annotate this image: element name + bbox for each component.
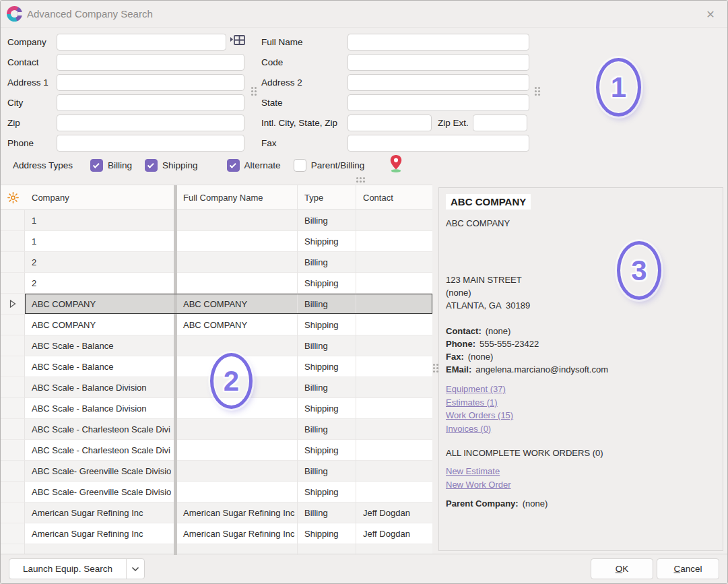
cell-type: Shipping (298, 403, 356, 414)
advanced-company-search-dialog: Advanced Company Search ✕ Company Contac… (0, 0, 728, 584)
address-type-options: Billing Shipping Alternate Parent/Billin… (90, 159, 377, 172)
cell-type: Billing (298, 341, 356, 351)
company-lookup-icon[interactable] (230, 34, 246, 50)
annotation-circle-1: 1 (596, 58, 641, 117)
company-input[interactable] (57, 34, 226, 51)
row-selector[interactable] (1, 440, 25, 461)
table-row[interactable]: ABC Scale- Greenville Scale Divisio Bill… (1, 461, 432, 482)
close-icon[interactable]: ✕ (703, 7, 718, 22)
fax-label: Fax (261, 138, 348, 148)
action-link[interactable]: New Estimate (446, 465, 500, 478)
row-selector[interactable] (1, 231, 25, 252)
address-type-checkbox[interactable]: Alternate (227, 159, 281, 172)
table-row[interactable]: ABC COMPANY ABC COMPANY Billing (1, 294, 432, 315)
row-selector[interactable] (1, 419, 25, 440)
column-header-full-company-name[interactable]: Full Company Name (178, 193, 298, 203)
cell-full-company-name: American Sugar Refining Inc (178, 529, 298, 539)
checkbox-icon (90, 159, 103, 172)
code-input[interactable] (348, 54, 529, 71)
row-selector[interactable] (1, 398, 25, 419)
zip-input[interactable] (57, 115, 244, 131)
full-name-label: Full Name (261, 37, 348, 47)
cell-company: ABC COMPANY (25, 320, 174, 330)
table-row[interactable]: 2 Shipping (1, 273, 432, 294)
cell-full-company-name: ABC COMPANY (178, 299, 298, 309)
detail-link[interactable]: Equipment (37) (446, 383, 506, 396)
state-input[interactable] (348, 94, 529, 111)
panel-splitter-grip[interactable] (433, 364, 435, 366)
phone-label: Phone (7, 138, 57, 148)
row-selector[interactable] (1, 502, 25, 523)
launch-equip-search-button[interactable]: Launch Equip. Search (9, 558, 145, 579)
table-row[interactable]: 2 Billing (1, 252, 432, 273)
chevron-down-icon[interactable] (127, 566, 144, 572)
table-row[interactable]: ABC Scale- Greenville Scale Divisio Ship… (1, 482, 432, 502)
row-selector[interactable] (1, 252, 25, 273)
horizontal-splitter-grip[interactable] (356, 177, 358, 179)
table-row[interactable]: 1 Shipping (1, 231, 432, 252)
table-row[interactable]: American Sugar Refining Inc American Sug… (1, 523, 432, 544)
cell-company: ABC Scale - Charlesteon Scale Divi (25, 424, 174, 434)
row-selector[interactable] (1, 294, 25, 315)
fax-input[interactable] (348, 135, 529, 152)
row-selector[interactable] (1, 273, 25, 294)
column-splitter[interactable] (174, 185, 177, 555)
cell-company: American Sugar Refining Inc (25, 508, 174, 518)
checkbox-icon (145, 159, 158, 172)
address1-input[interactable] (57, 74, 244, 91)
cell-company: ABC Scale- Greenville Scale Divisio (25, 487, 174, 497)
city-input[interactable] (57, 94, 244, 111)
detail-field: Contact:(none) (446, 325, 716, 337)
row-selector[interactable] (1, 335, 25, 356)
form-right-splitter-grip[interactable] (535, 87, 537, 89)
cell-type: Billing (298, 383, 356, 393)
ok-button[interactable]: OK (591, 558, 653, 579)
row-selector[interactable] (1, 461, 25, 482)
address-type-checkbox[interactable]: Shipping (145, 159, 198, 172)
detail-link[interactable]: Estimates (1) (446, 396, 498, 410)
title-bar[interactable]: Advanced Company Search ✕ (1, 1, 727, 28)
app-logo-icon (7, 6, 22, 22)
map-pin-icon[interactable] (389, 154, 403, 175)
intl-city-state-zip-label: Intl. City, State, Zip (261, 118, 348, 128)
zip-ext-input[interactable] (473, 115, 527, 131)
address-type-checkbox[interactable]: Billing (90, 159, 132, 172)
row-selector[interactable] (1, 482, 25, 502)
table-row[interactable]: ABC Scale - Charlesteon Scale Divi Billi… (1, 419, 432, 440)
address2-input[interactable] (348, 74, 529, 91)
contact-input[interactable] (57, 54, 244, 71)
settings-sun-icon[interactable] (1, 185, 25, 209)
annotation-circle-3: 3 (617, 241, 661, 300)
row-selector[interactable] (1, 315, 25, 335)
full-name-input[interactable] (348, 34, 529, 51)
phone-input[interactable] (57, 135, 244, 152)
company-label: Company (7, 37, 57, 47)
address-type-checkbox[interactable]: Parent/Billing (294, 159, 365, 172)
detail-link[interactable]: Work Orders (15) (446, 409, 513, 422)
cancel-button[interactable]: Cancel (657, 558, 719, 579)
intl-city-state-zip-input[interactable] (348, 115, 432, 131)
column-header-type[interactable]: Type (298, 193, 356, 203)
column-header-company[interactable]: Company (25, 193, 174, 203)
action-link[interactable]: New Work Order (446, 478, 511, 492)
table-row[interactable]: ABC COMPANY ABC COMPANY Shipping (1, 315, 432, 335)
column-header-contact[interactable]: Contact (356, 193, 432, 203)
cell-company: ABC Scale - Balance (25, 341, 174, 351)
table-row[interactable]: ABC Scale - Balance Billing (1, 335, 432, 356)
cell-company: ABC COMPANY (25, 299, 174, 309)
cell-type: Billing (298, 299, 356, 309)
row-selector[interactable] (1, 356, 25, 377)
cell-type: Shipping (298, 278, 356, 288)
row-selector[interactable] (1, 523, 25, 544)
row-selector[interactable] (1, 377, 25, 398)
footer-bar: Launch Equip. Search OK Cancel (1, 554, 727, 583)
detail-action-links: New EstimateNew Work Order (446, 465, 716, 491)
cell-company: 2 (25, 257, 174, 267)
row-selector[interactable] (1, 210, 25, 231)
table-row[interactable]: American Sugar Refining Inc American Sug… (1, 502, 432, 523)
table-row[interactable]: ABC Scale - Charlesteon Scale Divi Shipp… (1, 440, 432, 461)
detail-link[interactable]: Invoices (0) (446, 422, 491, 436)
table-row[interactable]: 1 Billing (1, 210, 432, 231)
form-splitter-grip[interactable] (251, 87, 253, 89)
zip-label: Zip (7, 118, 57, 128)
